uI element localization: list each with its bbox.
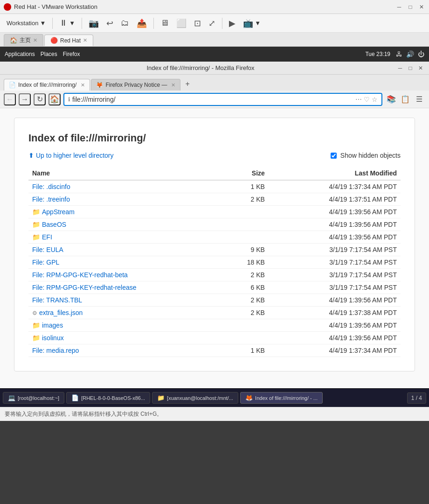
redhat-tab-close[interactable]: ✕ xyxy=(83,37,87,43)
vmware-close-btn[interactable]: ✕ xyxy=(418,3,425,11)
page-title: Index of file:///mirroring/ xyxy=(28,132,401,144)
file-link-5[interactable]: File: EULA xyxy=(32,246,63,253)
file-modified-cell: 4/4/19 1:39:56 AM PDT xyxy=(269,319,401,332)
file-name-cell: 📁images xyxy=(28,319,224,332)
file-name-cell: ⚙extra_files.json xyxy=(28,307,224,319)
file-modified-cell: 3/1/19 7:17:54 AM PST xyxy=(269,256,401,269)
file-modified-cell: 4/4/19 1:39:56 AM PDT xyxy=(269,206,401,218)
applications-menu[interactable]: Applications xyxy=(5,51,35,57)
file-link-8[interactable]: File: RPM-GPG-KEY-redhat-release xyxy=(32,284,137,291)
url-bookmark-btn[interactable]: ♡ xyxy=(364,96,370,103)
file-link-1[interactable]: File: .treeinfo xyxy=(32,196,70,203)
firefox-minimize-btn[interactable]: ─ xyxy=(396,64,404,72)
vmware-toolbar: Workstation ▼ ⏸ ▼ 📷 ↩ 🗂 📤 🖥 ⬜ ⊡ xyxy=(0,14,429,33)
home-tab-close[interactable]: ✕ xyxy=(33,37,37,43)
power-icon[interactable]: ⏻ xyxy=(418,50,424,58)
ff-menu-btn-main[interactable]: ☰ xyxy=(413,93,425,105)
ff-tab-privacy-label: Firefox Privacy Notice — xyxy=(105,82,167,88)
manage-snapshots-btn[interactable]: 🗂 xyxy=(118,16,132,30)
table-row: File: RPM-GPG-KEY-redhat-beta2 KB3/1/19 … xyxy=(28,269,401,281)
file-link-12[interactable]: isolinux xyxy=(42,334,64,342)
url-star-btn[interactable]: ☆ xyxy=(372,96,378,103)
taskbar-item-terminal[interactable]: 💻 [root@localhost:~] xyxy=(3,392,64,404)
url-bar[interactable]: ℹ ⋯ ♡ ☆ xyxy=(63,93,382,106)
ff-tab-privacy[interactable]: 🦊 Firefox Privacy Notice — ✕ xyxy=(91,79,180,91)
file-link-9[interactable]: File: TRANS.TBL xyxy=(32,296,82,304)
up-to-parent-label: Up to higher level directory xyxy=(36,152,114,159)
show-hidden-container: Show hidden objects xyxy=(331,152,401,159)
toolbar-separator-3 xyxy=(153,18,154,29)
send-files-btn[interactable]: 📤 xyxy=(134,16,150,30)
file-size-cell: 1 KB xyxy=(224,180,269,193)
snapshot-btn[interactable]: 📷 xyxy=(86,16,102,30)
forward-button[interactable]: → xyxy=(19,93,31,105)
file-link-11[interactable]: images xyxy=(42,322,63,329)
console-btn[interactable]: ▶ xyxy=(226,16,238,30)
ff-sync-btn[interactable]: 📋 xyxy=(399,93,411,105)
vmware-win-controls: ─ □ ✕ xyxy=(395,3,425,11)
file-size-cell: 2 KB xyxy=(224,294,269,307)
volume-icon[interactable]: 🔊 xyxy=(406,50,414,58)
url-security-icon: ℹ xyxy=(68,96,70,103)
back-button[interactable]: ← xyxy=(4,93,16,105)
pause-resume-btn[interactable]: ⏸ ▼ xyxy=(56,16,78,30)
firefox-icon: 🦊 xyxy=(245,394,253,401)
firefox-maximize-btn[interactable]: □ xyxy=(407,64,414,72)
screenshot-btn[interactable]: 📺 ▼ xyxy=(240,16,263,30)
view-fullscreen-btn[interactable]: ⬜ xyxy=(173,16,189,30)
show-hidden-checkbox[interactable] xyxy=(331,153,337,159)
file-link-3[interactable]: BaseOS xyxy=(42,221,66,228)
file-modified-cell: 4/4/19 1:39:56 AM PDT xyxy=(269,218,401,231)
firefox-close-btn[interactable]: ✕ xyxy=(417,64,424,72)
file-link-7[interactable]: File: RPM-GPG-KEY-redhat-beta xyxy=(32,271,128,279)
firefox-menu[interactable]: Firefox xyxy=(63,51,80,57)
ff-tab-mirroring-close[interactable]: ✕ xyxy=(81,82,85,88)
vmware-minimize-btn[interactable]: ─ xyxy=(395,3,403,11)
table-row: File: EULA9 KB3/1/19 7:17:54 AM PST xyxy=(28,244,401,256)
file-link-4[interactable]: EFI xyxy=(42,233,52,241)
ff-bookmarks-btn[interactable]: 📚 xyxy=(385,93,397,105)
file-name-cell: File: GPL xyxy=(28,256,224,269)
redhat-tab-label: Red Hat xyxy=(60,37,81,44)
refresh-button[interactable]: ↻ xyxy=(34,93,46,105)
up-to-parent-link[interactable]: ⬆ Up to higher level directory xyxy=(28,152,114,159)
guest-os-wrapper: Applications Places Firefox Tue 23:19 🖧 … xyxy=(0,47,429,388)
file-index-header: ⬆ Up to higher level directory Show hidd… xyxy=(28,152,401,159)
view-autofit-btn[interactable]: ⤢ xyxy=(206,16,218,30)
url-more-btn[interactable]: ⋯ xyxy=(355,96,362,103)
revert-btn[interactable]: ↩ xyxy=(104,16,116,30)
table-row: 📁AppStream4/4/19 1:39:56 AM PDT xyxy=(28,206,401,218)
file-size-cell xyxy=(224,231,269,244)
toolbar-separator-2 xyxy=(82,18,82,29)
file-link-10[interactable]: extra_files.json xyxy=(39,309,83,316)
file-link-0[interactable]: File: .discinfo xyxy=(32,183,70,190)
terminal-label: [root@localhost:~] xyxy=(18,395,59,401)
taskbar-item-files[interactable]: 📁 [xuanxuan@localhost:/mnt/... xyxy=(152,392,238,404)
file-link-2[interactable]: AppStream xyxy=(42,208,75,216)
file-size-cell: 6 KB xyxy=(224,281,269,294)
ff-tab-mirroring[interactable]: 📄 Index of file:///mirroring/ ✕ xyxy=(4,79,90,91)
ff-new-tab-btn[interactable]: + xyxy=(181,77,193,91)
table-row: File: media.repo1 KB4/4/19 1:37:34 AM PD… xyxy=(28,344,401,357)
vmware-tab-home[interactable]: 🏠 主页 ✕ xyxy=(4,34,43,46)
vmware-tab-redhat[interactable]: 🔴 Red Hat ✕ xyxy=(44,35,93,46)
file-size-cell: 2 KB xyxy=(224,269,269,281)
workstation-menu-btn[interactable]: Workstation ▼ xyxy=(4,18,48,28)
file-link-13[interactable]: File: media.repo xyxy=(32,347,79,354)
folder-icon: 📁 xyxy=(32,322,40,329)
view-normal-btn[interactable]: 🖥 xyxy=(158,16,172,30)
home-button[interactable]: 🏠 xyxy=(48,93,61,105)
taskbar-item-rhel[interactable]: 📄 [RHEL-8-0-0-BaseOS-x86... xyxy=(66,392,150,404)
url-input[interactable] xyxy=(72,96,355,103)
vmware-app-icon xyxy=(4,3,11,11)
taskbar-item-firefox[interactable]: 🦊 Index of file:///mirroring/ - ... xyxy=(240,392,323,404)
network-icon[interactable]: 🖧 xyxy=(396,50,402,58)
file-modified-cell: 3/1/19 7:17:54 AM PST xyxy=(269,269,401,281)
file-name-cell: 📁AppStream xyxy=(28,206,224,218)
view-unity-btn[interactable]: ⊡ xyxy=(191,16,204,30)
rhel-icon: 📄 xyxy=(71,394,79,401)
places-menu[interactable]: Places xyxy=(41,51,57,57)
file-link-6[interactable]: File: GPL xyxy=(32,259,59,266)
vmware-maximize-btn[interactable]: □ xyxy=(407,3,414,11)
ff-tab-privacy-close[interactable]: ✕ xyxy=(171,82,175,88)
